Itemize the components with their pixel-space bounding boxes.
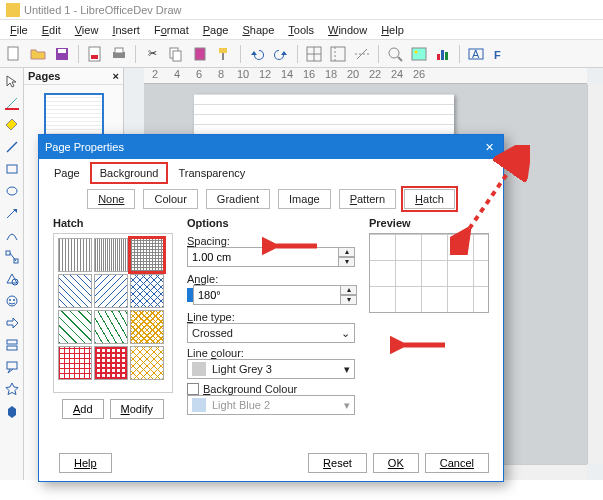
print-icon[interactable] bbox=[109, 44, 129, 64]
hatch-swatch[interactable] bbox=[130, 346, 164, 380]
menu-help[interactable]: Help bbox=[375, 22, 410, 38]
menu-window[interactable]: Window bbox=[322, 22, 373, 38]
line-colour-icon[interactable] bbox=[3, 94, 21, 112]
angle-step-up-icon[interactable]: ▴ bbox=[341, 285, 357, 295]
star-icon[interactable] bbox=[3, 380, 21, 398]
tab-transparency[interactable]: Transparency bbox=[169, 163, 254, 183]
hatch-swatch[interactable] bbox=[130, 310, 164, 344]
menu-file[interactable]: File bbox=[4, 22, 34, 38]
help-button[interactable]: Help bbox=[59, 453, 112, 473]
open-icon[interactable] bbox=[28, 44, 48, 64]
undo-icon[interactable] bbox=[247, 44, 267, 64]
clone-format-icon[interactable] bbox=[214, 44, 234, 64]
svg-point-40 bbox=[13, 299, 15, 301]
filltype-gradient[interactable]: Gradient bbox=[206, 189, 270, 209]
ellipse-tool-icon[interactable] bbox=[3, 182, 21, 200]
fill-colour-icon[interactable] bbox=[3, 116, 21, 134]
tab-background[interactable]: Background bbox=[91, 163, 168, 183]
filltype-hatch[interactable]: Hatch bbox=[404, 189, 455, 209]
3d-icon[interactable] bbox=[3, 402, 21, 420]
svg-point-22 bbox=[415, 50, 418, 53]
hatch-swatch[interactable] bbox=[58, 238, 92, 272]
menu-page[interactable]: Page bbox=[197, 22, 235, 38]
angle-step-down-icon[interactable]: ▾ bbox=[341, 295, 357, 305]
hatch-swatch[interactable] bbox=[94, 274, 128, 308]
filltype-pattern[interactable]: Pattern bbox=[339, 189, 396, 209]
menu-format[interactable]: Format bbox=[148, 22, 195, 38]
new-icon[interactable] bbox=[4, 44, 24, 64]
snap-icon[interactable] bbox=[328, 44, 348, 64]
svg-line-20 bbox=[398, 57, 402, 61]
menu-insert[interactable]: Insert bbox=[106, 22, 146, 38]
menu-shape[interactable]: Shape bbox=[236, 22, 280, 38]
ok-button[interactable]: OK bbox=[373, 453, 419, 473]
line-colour-swatch bbox=[192, 362, 206, 376]
cancel-button[interactable]: Cancel bbox=[425, 453, 489, 473]
line-colour-select[interactable]: Light Grey 3 ▾ bbox=[187, 359, 355, 379]
redo-icon[interactable] bbox=[271, 44, 291, 64]
dialog-close-icon[interactable]: ✕ bbox=[481, 141, 497, 154]
helplines-icon[interactable] bbox=[352, 44, 372, 64]
line-type-select[interactable]: Crossed ⌄ bbox=[187, 323, 355, 343]
menu-view[interactable]: View bbox=[69, 22, 105, 38]
dialog-titlebar[interactable]: Page Properties ✕ bbox=[39, 135, 503, 159]
paste-icon[interactable] bbox=[190, 44, 210, 64]
add-button[interactable]: Add bbox=[62, 399, 104, 419]
cut-icon[interactable]: ✂ bbox=[142, 44, 162, 64]
fill-type-row: None Colour Gradient Image Pattern Hatch bbox=[39, 183, 503, 217]
select-tool-icon[interactable] bbox=[3, 72, 21, 90]
spacing-input[interactable] bbox=[187, 247, 339, 267]
flowchart-icon[interactable] bbox=[3, 336, 21, 354]
reset-button[interactable]: Reset bbox=[308, 453, 367, 473]
callout-icon[interactable] bbox=[3, 358, 21, 376]
svg-point-19 bbox=[389, 48, 399, 58]
background-colour-checkbox[interactable] bbox=[187, 383, 199, 395]
curve-tool-icon[interactable] bbox=[3, 226, 21, 244]
filltype-image[interactable]: Image bbox=[278, 189, 331, 209]
tab-page[interactable]: Page bbox=[45, 163, 89, 183]
hatch-swatch-list[interactable] bbox=[53, 233, 173, 393]
spacing-step-down-icon[interactable]: ▾ bbox=[339, 257, 355, 267]
hatch-swatch[interactable] bbox=[58, 274, 92, 308]
svg-rect-11 bbox=[222, 53, 224, 60]
scrollbar-vertical[interactable] bbox=[587, 84, 603, 464]
basic-shapes-icon[interactable] bbox=[3, 270, 21, 288]
chart-icon[interactable] bbox=[433, 44, 453, 64]
svg-point-39 bbox=[9, 299, 11, 301]
rect-tool-icon[interactable] bbox=[3, 160, 21, 178]
filltype-colour[interactable]: Colour bbox=[143, 189, 197, 209]
hatch-swatch[interactable] bbox=[94, 310, 128, 344]
block-arrow-icon[interactable] bbox=[3, 314, 21, 332]
grid-icon[interactable] bbox=[304, 44, 324, 64]
filltype-none[interactable]: None bbox=[87, 189, 135, 209]
modify-button[interactable]: Modify bbox=[110, 399, 164, 419]
arrow-tool-icon[interactable] bbox=[3, 204, 21, 222]
connector-tool-icon[interactable] bbox=[3, 248, 21, 266]
hatch-swatch[interactable] bbox=[94, 238, 128, 272]
hatch-swatch[interactable] bbox=[58, 310, 92, 344]
hatch-heading: Hatch bbox=[53, 217, 173, 229]
symbol-shapes-icon[interactable] bbox=[3, 292, 21, 310]
hatch-swatch[interactable] bbox=[130, 274, 164, 308]
export-pdf-icon[interactable] bbox=[85, 44, 105, 64]
close-icon[interactable]: × bbox=[113, 70, 119, 82]
textbox-icon[interactable]: A bbox=[466, 44, 486, 64]
svg-rect-15 bbox=[331, 47, 345, 61]
menu-tools[interactable]: Tools bbox=[282, 22, 320, 38]
angle-input[interactable] bbox=[193, 285, 341, 305]
options-heading: Options bbox=[187, 217, 355, 229]
line-tool-icon[interactable] bbox=[3, 138, 21, 156]
menu-edit[interactable]: Edit bbox=[36, 22, 67, 38]
svg-rect-42 bbox=[7, 346, 17, 350]
dropdown-icon: ▾ bbox=[344, 399, 350, 412]
svg-rect-2 bbox=[58, 49, 66, 53]
image-icon[interactable] bbox=[409, 44, 429, 64]
spacing-step-up-icon[interactable]: ▴ bbox=[339, 247, 355, 257]
hatch-swatch[interactable] bbox=[94, 346, 128, 380]
fontwork-icon[interactable]: F bbox=[490, 44, 510, 64]
hatch-swatch[interactable] bbox=[58, 346, 92, 380]
copy-icon[interactable] bbox=[166, 44, 186, 64]
zoom-icon[interactable] bbox=[385, 44, 405, 64]
save-icon[interactable] bbox=[52, 44, 72, 64]
hatch-swatch[interactable] bbox=[130, 238, 164, 272]
